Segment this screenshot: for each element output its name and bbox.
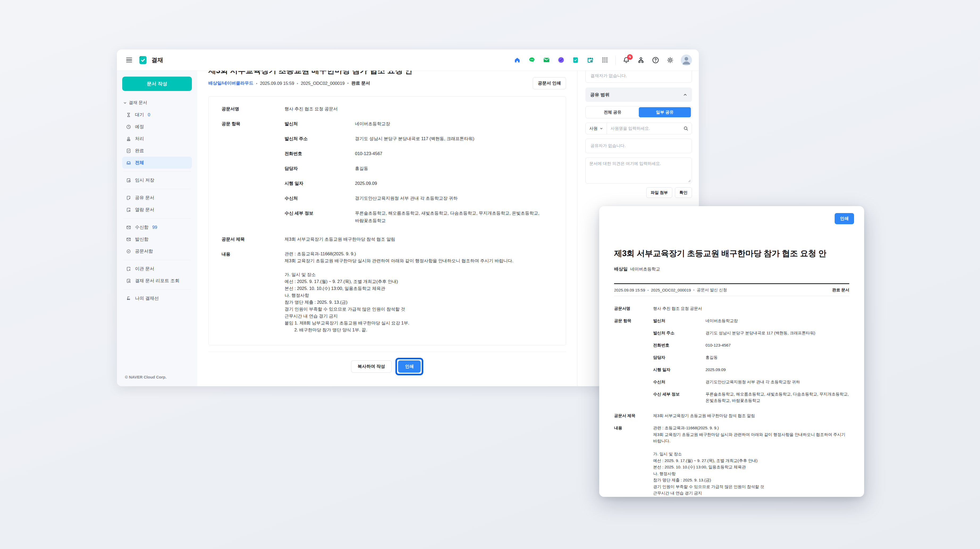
- field-value: 경기도 성남시 분당구 분당내곡로 117 (백현동, 크래프톤타워): [705, 330, 849, 336]
- sidebar-item-official-docs[interactable]: 공문서함: [122, 245, 192, 257]
- calendar-icon[interactable]: [586, 56, 594, 64]
- field-row-manager: 담당자 홍길동: [285, 161, 558, 176]
- sidebar-item-label: 열람 문서: [135, 207, 154, 213]
- share-scope-section-header[interactable]: 공유 범위: [585, 88, 692, 102]
- user-avatar[interactable]: [681, 54, 692, 66]
- preview-row-content: 내용 관련 : 초등교육과-11668(2025. 9. 9.) 제3회 교육장…: [614, 422, 849, 497]
- field-label: 수신처: [285, 195, 355, 202]
- hamburger-menu-icon[interactable]: [124, 55, 134, 65]
- print-preview-window: 인쇄 제3회 서부교육장기 초등교원 배구한마당 참가 협조 요청 안 배상일 …: [599, 206, 864, 497]
- settings-gear-icon[interactable]: [666, 56, 674, 64]
- sidebar-item-label: 공문서함: [135, 248, 153, 254]
- help-icon[interactable]: [652, 56, 660, 64]
- no-sharer-box: 공유자가 없습니다.: [585, 139, 692, 153]
- compose-document-button[interactable]: 문서 작성: [122, 77, 192, 91]
- sidebar-item-processing[interactable]: 처리: [122, 133, 192, 145]
- sidebar-item-viewed-docs[interactable]: 열람 문서: [122, 204, 192, 216]
- field-row-phone: 전화번호 010-123-4567: [285, 146, 558, 161]
- document-title-clipped: 제3회 서부교육장기 초등교원 배구한마당 참가 협조 요청 안: [208, 71, 566, 75]
- share-all-tab[interactable]: 전체 공유: [587, 107, 639, 117]
- field-label: 공문서 제목: [614, 413, 653, 419]
- document-body-text: 관련 : 초등교육과-11668(2025. 9. 9.) 제3회 교육장기 초…: [285, 250, 558, 333]
- print-official-doc-button[interactable]: 공문서 인쇄: [533, 77, 566, 89]
- preview-row-exec-date: 시행 일자 2025.09.09: [653, 364, 849, 376]
- field-value: 010-123-4567: [705, 342, 849, 348]
- field-row-content: 내용 관련 : 초등교육과-11668(2025. 9. 9.) 제3회 교육장…: [222, 247, 558, 337]
- sidebar-item-label: 대기: [135, 112, 144, 118]
- preview-author-row: 배상일 네이버초등학교: [614, 266, 849, 272]
- mail-outbound-icon: [126, 237, 131, 242]
- sidebar-item-waiting[interactable]: 대기 0: [122, 109, 192, 121]
- employee-type-dropdown[interactable]: 사원: [585, 123, 607, 134]
- field-label: 발신처: [285, 120, 355, 128]
- page-title: 결재: [151, 56, 163, 64]
- apps-grid-icon[interactable]: [601, 56, 609, 64]
- copy-and-create-button[interactable]: 복사하여 작성: [351, 361, 392, 373]
- document-share-icon: [126, 195, 131, 201]
- preview-meta-row: 2025.09.09 15:59 2025_ODC02_000019 공문서 발…: [614, 284, 849, 296]
- chevron-up-icon[interactable]: [683, 93, 687, 97]
- approval-doc-icon[interactable]: [571, 56, 579, 64]
- preview-group-official-items: 공문 항목 발신처 네이버초등학교장 발신처 주소 경기도 성남시 분당구 분당…: [614, 314, 849, 410]
- print-button[interactable]: 인쇄: [398, 361, 421, 373]
- sidebar-item-shared-docs[interactable]: 공유 문서: [122, 192, 192, 204]
- home-icon[interactable]: [513, 56, 521, 64]
- share-partial-tab[interactable]: 일부 공유: [639, 107, 691, 117]
- author-link[interactable]: 배상일/네이버클라우드: [208, 80, 253, 86]
- notification-bell-icon[interactable]: N: [622, 56, 630, 64]
- sidebar-item-my-approval-line[interactable]: 나의 결재선: [122, 292, 192, 304]
- sidebar-item-scheduled[interactable]: 예정: [122, 121, 192, 133]
- preview-row-receiver-detail: 수신 세부 정보 푸른솔초등학교, 해오름초등학교, 새빛초등학교, 다솜초등학…: [653, 388, 849, 407]
- field-row-doc-title: 공문서 제목 제3회 서부교육장기 초등교원 배구한마당 참석 협조 알림: [222, 232, 558, 247]
- preview-row-sender-address: 발신처 주소 경기도 성남시 분당구 분당내곡로 117 (백현동, 크래프톤타…: [653, 327, 849, 339]
- sidebar-item-report-lookup[interactable]: 결재 문서 리포트 조회: [122, 275, 192, 287]
- meta-datetime: 2025.09.09 15:59: [253, 81, 294, 86]
- notification-badge: N: [627, 54, 633, 60]
- sidebar-item-inbox[interactable]: 수신함 99: [122, 221, 192, 233]
- stamp-icon: [126, 136, 131, 142]
- field-label: 담당자: [285, 164, 355, 172]
- comment-area: [585, 158, 692, 184]
- sidebar-item-drafts[interactable]: 임시 저장: [122, 174, 192, 186]
- sidebar-item-all[interactable]: 전체: [122, 157, 192, 169]
- attach-file-button[interactable]: 파일 첨부: [646, 187, 672, 198]
- sidebar-item-label: 처리: [135, 136, 144, 142]
- hourglass-icon: [126, 112, 131, 118]
- field-label: 공문서명: [614, 305, 653, 312]
- field-row-doc-name: 공문서명 행사 추진 협조 요청 공문서: [222, 101, 558, 116]
- preview-row-doc-name: 공문서명 행사 추진 협조 요청 공문서: [614, 302, 849, 314]
- sidebar-item-label: 완료: [135, 148, 144, 154]
- sidebar-item-label: 예정: [135, 124, 144, 130]
- sidebar-item-completed[interactable]: 완료: [122, 145, 192, 157]
- field-group-official-items: 공문 항목 발신처 네이버초등학교장 발신처 주소 경기도 성남시 분당구 분당…: [222, 116, 558, 232]
- mail-icon[interactable]: [542, 56, 550, 64]
- no-approver-box: 결재자가 없습니다.: [585, 71, 692, 83]
- field-label: 발신처 주소: [653, 330, 705, 336]
- sharer-search-input[interactable]: [607, 126, 683, 131]
- preview-document-title: 제3회 서부교육장기 초등교원 배구한마당 참가 협조 요청 안: [614, 248, 849, 259]
- comment-textarea[interactable]: [585, 158, 692, 184]
- chat-icon[interactable]: [528, 56, 536, 64]
- field-label: 공문 항목: [222, 120, 285, 228]
- preview-row-phone: 전화번호 010-123-4567: [653, 339, 849, 351]
- sidebar-section-approval-docs[interactable]: 결재 문서: [122, 98, 192, 107]
- approval-app-logo-icon: [138, 55, 148, 65]
- confirm-button[interactable]: 확인: [675, 187, 692, 198]
- search-icon[interactable]: [683, 126, 689, 131]
- field-value: 홍길동: [355, 164, 558, 172]
- field-label: 공문서 제목: [222, 235, 285, 243]
- meta-doc-number: 2025_ODC02_000019: [294, 81, 345, 86]
- sidebar-item-outbox[interactable]: 발신함: [122, 233, 192, 245]
- document-search-icon: [126, 278, 131, 284]
- resize-handle-icon[interactable]: [687, 179, 690, 182]
- preview-author-name: 배상일: [614, 266, 628, 272]
- preview-print-button[interactable]: 인쇄: [835, 213, 854, 224]
- sidebar-divider: [123, 189, 191, 189]
- works-check-icon[interactable]: [557, 56, 565, 64]
- document-fields-card: 공문서명 행사 추진 협조 요청 공문서 공문 항목 발신처 네이버초등학교장: [208, 96, 566, 345]
- sidebar-item-transferred-docs[interactable]: 이관 문서: [122, 263, 192, 275]
- org-chart-icon[interactable]: [637, 56, 645, 64]
- document-check-icon: [126, 148, 131, 153]
- seal-check-icon: [126, 249, 131, 254]
- field-label: 수신 세부 정보: [653, 391, 705, 404]
